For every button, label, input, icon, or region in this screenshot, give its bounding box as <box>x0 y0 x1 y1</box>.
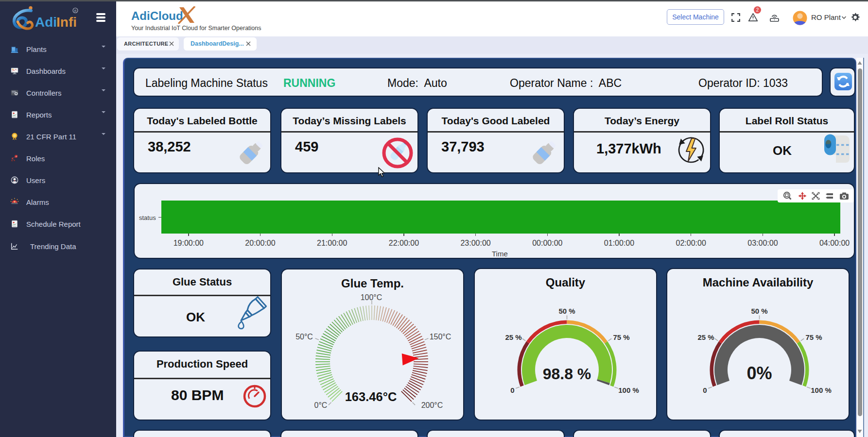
svg-text:0: 0 <box>703 386 707 394</box>
svg-text:R: R <box>74 9 77 13</box>
svg-text:50°C: 50°C <box>295 333 313 341</box>
svg-text:150°C: 150°C <box>430 333 451 341</box>
svg-text:200°C: 200°C <box>421 401 443 409</box>
svg-text:100°C: 100°C <box>361 293 382 302</box>
svg-text:Adi: Adi <box>35 15 57 30</box>
svg-text:100 %: 100 % <box>811 386 832 394</box>
svg-text:25 %: 25 % <box>505 333 521 341</box>
svg-text:0: 0 <box>510 386 514 394</box>
svg-text:25 %: 25 % <box>697 333 714 341</box>
svg-text:163.46°C: 163.46°C <box>345 390 397 403</box>
svg-text:Infi: Infi <box>56 15 77 30</box>
svg-text:50 %: 50 % <box>751 307 767 315</box>
svg-text:0°C: 0°C <box>314 401 328 409</box>
svg-text:50 %: 50 % <box>558 307 575 315</box>
svg-text:75 %: 75 % <box>613 333 629 341</box>
svg-text:100 %: 100 % <box>618 386 639 394</box>
svg-text:98.8 %: 98.8 % <box>543 365 591 383</box>
svg-text:75 %: 75 % <box>805 333 822 341</box>
svg-text:0%: 0% <box>746 363 772 383</box>
